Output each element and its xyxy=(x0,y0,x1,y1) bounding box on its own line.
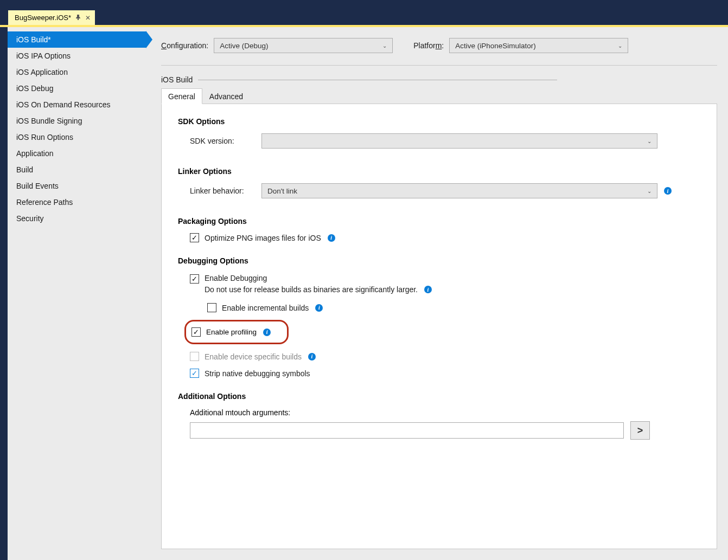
checkbox-enable-debugging[interactable]: Enable Debugging Do not use for release … xyxy=(178,273,707,295)
sidebar-item-ios-ondemand[interactable]: iOS On Demand Resources xyxy=(8,96,146,113)
info-icon[interactable]: i xyxy=(315,304,323,312)
sidebar-item-ios-ipa-options[interactable]: iOS IPA Options xyxy=(8,48,146,64)
document-tab-row: BugSweeper.iOS* ✕ xyxy=(0,10,728,25)
checkbox-icon[interactable] xyxy=(190,274,199,284)
linker-behavior-row: Linker behavior: Don't link ⌄ i xyxy=(178,183,707,198)
linker-behavior-label: Linker behavior: xyxy=(190,186,261,195)
config-row: Configuration: Active (Debug) ⌄ Platform… xyxy=(161,38,717,66)
group-debugging-options: Debugging Options xyxy=(178,256,707,265)
sidebar-item-security[interactable]: Security xyxy=(8,210,146,227)
mtouch-input-row: > xyxy=(178,421,707,440)
pin-icon[interactable] xyxy=(75,14,81,22)
group-packaging-options: Packaging Options xyxy=(178,217,707,226)
checkbox-icon xyxy=(190,352,199,361)
info-icon[interactable]: i xyxy=(328,234,335,242)
checkbox-icon[interactable] xyxy=(207,303,216,312)
sdk-version-dropdown[interactable]: ⌄ xyxy=(261,133,657,149)
chevron-down-icon: ⌄ xyxy=(647,188,652,194)
sidebar-item-build-events[interactable]: Build Events xyxy=(8,178,146,194)
sidebar-item-application[interactable]: Application xyxy=(8,145,146,162)
checkbox-strip-symbols[interactable]: Strip native debugging symbols xyxy=(178,369,707,378)
checkbox-icon[interactable] xyxy=(191,327,201,337)
chevron-down-icon: ⌄ xyxy=(618,43,622,49)
info-icon[interactable]: i xyxy=(308,353,316,361)
info-icon[interactable]: i xyxy=(424,286,432,293)
platform-dropdown[interactable]: Active (iPhoneSimulator) ⌄ xyxy=(449,38,628,53)
sidebar-item-ios-build[interactable]: iOS Build* xyxy=(8,31,146,48)
sidebar-item-ios-run-options[interactable]: iOS Run Options xyxy=(8,129,146,145)
checkbox-icon[interactable] xyxy=(190,233,199,242)
mtouch-arguments-input[interactable] xyxy=(190,422,624,439)
main-panel: Configuration: Active (Debug) ⌄ Platform… xyxy=(146,27,728,560)
sidebar-item-ios-bundle-signing[interactable]: iOS Bundle Signing xyxy=(8,113,146,129)
group-linker-options: Linker Options xyxy=(178,167,707,176)
more-button[interactable]: > xyxy=(630,421,650,440)
tab-general[interactable]: General xyxy=(161,88,202,104)
platform-label: Platform: xyxy=(413,41,444,50)
checkbox-device-specific-builds: Enable device specific builds i xyxy=(178,352,707,361)
document-tab-title: BugSweeper.iOS* xyxy=(15,14,71,22)
sidebar-item-ios-debug[interactable]: iOS Debug xyxy=(8,80,146,96)
mtouch-label: Additional mtouch arguments: xyxy=(178,408,707,417)
linker-behavior-dropdown[interactable]: Don't link ⌄ xyxy=(261,183,657,198)
group-additional-options: Additional Options xyxy=(178,392,707,401)
title-bar xyxy=(0,0,728,10)
chevron-down-icon: ⌄ xyxy=(382,43,387,49)
section-header: iOS Build xyxy=(161,75,557,84)
configuration-label: Configuration: xyxy=(161,41,208,50)
inner-content: SDK Options SDK version: ⌄ Linker Option… xyxy=(161,104,717,549)
checkbox-icon[interactable] xyxy=(190,369,199,378)
checkbox-enable-profiling-highlighted[interactable]: Enable profiling i xyxy=(184,320,289,344)
group-sdk-options: SDK Options xyxy=(178,117,707,126)
sidebar-item-ios-application[interactable]: iOS Application xyxy=(8,64,146,80)
configuration-dropdown[interactable]: Active (Debug) ⌄ xyxy=(214,38,393,53)
chevron-down-icon: ⌄ xyxy=(647,138,652,144)
sidebar-item-reference-paths[interactable]: Reference Paths xyxy=(8,194,146,210)
checkbox-incremental-builds[interactable]: Enable incremental builds i xyxy=(178,303,707,312)
info-icon[interactable]: i xyxy=(263,329,271,336)
sdk-version-row: SDK version: ⌄ xyxy=(178,133,707,149)
checkbox-optimize-png[interactable]: Optimize PNG images files for iOS i xyxy=(178,233,707,242)
tab-advanced[interactable]: Advanced xyxy=(202,88,250,104)
sidebar-item-build[interactable]: Build xyxy=(8,162,146,178)
sidebar: iOS Build* iOS IPA Options iOS Applicati… xyxy=(8,27,146,560)
tab-strip: General Advanced xyxy=(161,88,717,104)
document-tab[interactable]: BugSweeper.iOS* ✕ xyxy=(8,10,95,25)
close-icon[interactable]: ✕ xyxy=(85,14,91,22)
sdk-version-label: SDK version: xyxy=(190,137,261,145)
info-icon[interactable]: i xyxy=(664,187,672,195)
